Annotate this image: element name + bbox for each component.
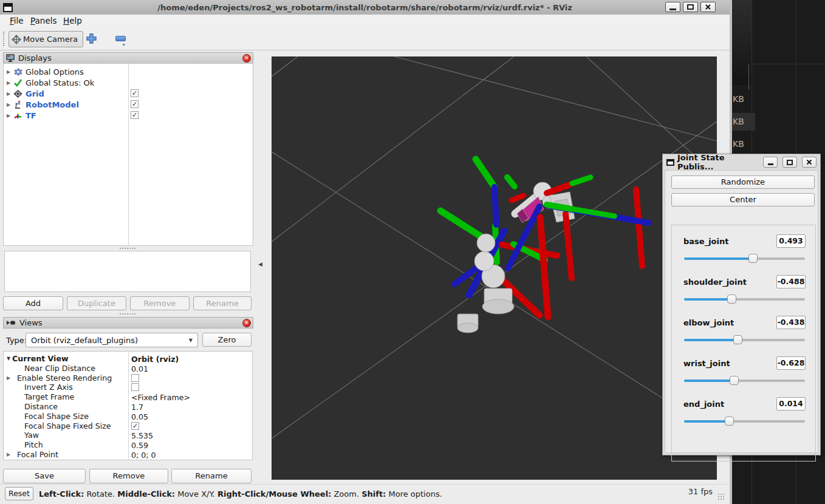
view-type-combobox[interactable]: Orbit (rviz_default_plugins) ▼ [26, 333, 198, 347]
display-row-global-status-ok[interactable]: ▶Global Status: Ok [5, 77, 126, 88]
remove-tool-icon[interactable] [115, 36, 126, 41]
views-panel-icon [6, 319, 16, 326]
views-close-icon[interactable]: ✕ [242, 319, 251, 327]
views-panel-header[interactable]: Views ✕ [3, 317, 253, 329]
zero-button[interactable]: Zero [202, 333, 252, 347]
joint-value-elbow_joint[interactable]: -0.438 [776, 316, 806, 329]
view-property-focal-shape-fixed-size[interactable]: Focal Shape Fixed Size [5, 421, 128, 431]
jsp-title-text: Joint State Publis... [677, 153, 758, 171]
tool-dropdown-caret[interactable]: ▾ [123, 43, 125, 47]
view-properties-tree[interactable]: ▼Current ViewNear Clip Distance▶Enable S… [3, 351, 253, 460]
display-row-global-options[interactable]: ▶Global Options [5, 66, 126, 77]
joint-slider-wrist_joint[interactable] [684, 376, 805, 386]
grid-icon [13, 89, 22, 98]
displays-column-divider[interactable] [128, 64, 129, 245]
panel-splitter[interactable] [120, 313, 135, 316]
joint-value-base_joint[interactable]: 0.493 [776, 234, 806, 248]
property-value[interactable]: Orbit (rviz) [131, 355, 179, 364]
panel-collapse-arrow[interactable]: ◀ [258, 261, 262, 267]
slider-handle[interactable] [725, 417, 734, 426]
menu-item-panels[interactable]: Panels [30, 16, 56, 26]
joint-value-end_joint[interactable]: 0.014 [776, 397, 806, 410]
menu-item-help[interactable]: Help [63, 16, 82, 26]
expand-arrow-icon[interactable]: ▶ [5, 452, 12, 457]
render-viewport-3d[interactable] [272, 56, 717, 480]
views-column-divider[interactable] [128, 352, 129, 460]
add-display-button[interactable]: Add [3, 296, 63, 310]
screen: KBKBKB /home/eden/Projects/ros2_ws_robot… [0, 0, 825, 504]
jsp-titlebar[interactable]: Joint State Publis... [664, 155, 819, 169]
maximize-button[interactable] [683, 2, 698, 12]
jsp-close-button[interactable] [802, 157, 816, 168]
joint-slider-shoulder_joint[interactable] [684, 295, 805, 304]
expand-arrow-icon[interactable]: ▶ [5, 375, 12, 381]
display-row-robotmodel[interactable]: ▶RobotModel [5, 99, 126, 110]
property-value[interactable]: 0; 0; 0 [131, 451, 156, 460]
toolbar-drag-handle[interactable] [3, 32, 7, 46]
display-enabled-checkbox[interactable]: ✓ [131, 89, 139, 97]
property-checkbox[interactable] [131, 374, 139, 382]
jsp-maximize-button[interactable] [782, 157, 797, 168]
expand-arrow-icon[interactable]: ▼ [5, 356, 12, 361]
expand-arrow-icon[interactable]: ▶ [5, 69, 12, 75]
view-property-yaw[interactable]: Yaw [5, 431, 128, 440]
property-label: Current View [12, 354, 69, 363]
expand-arrow-icon[interactable]: ▶ [5, 91, 12, 97]
property-value[interactable]: 0.01 [131, 364, 148, 373]
move-camera-tool[interactable]: Move Camera [9, 31, 83, 47]
jsp-window-icon [666, 159, 674, 166]
property-value[interactable]: 0.05 [131, 412, 148, 421]
rename-view-button[interactable]: Rename [171, 469, 252, 483]
expand-arrow-icon[interactable]: ▶ [5, 102, 12, 107]
property-value[interactable]: 5.535 [131, 431, 153, 440]
save-view-button[interactable]: Save [3, 469, 86, 483]
randomize-button[interactable]: Randomize [671, 175, 815, 189]
joint-value-shoulder_joint[interactable]: -0.488 [776, 275, 806, 288]
joint-slider-end_joint[interactable] [684, 417, 805, 426]
view-property-current-view[interactable]: ▼Current View [5, 354, 128, 363]
display-row-grid[interactable]: ▶Grid [5, 88, 126, 99]
property-value[interactable]: <Fixed Frame> [131, 393, 190, 402]
displays-close-icon[interactable]: ✕ [242, 54, 251, 63]
resize-grip[interactable] [717, 493, 725, 500]
add-tool-icon[interactable] [86, 33, 97, 44]
property-value[interactable]: 1.7 [131, 403, 143, 412]
view-property-pitch[interactable]: Pitch [5, 440, 128, 449]
slider-handle[interactable] [727, 295, 736, 304]
property-value[interactable]: 0.59 [131, 441, 148, 450]
duplicate-display-button: Duplicate [67, 296, 126, 310]
center-button[interactable]: Center [671, 193, 815, 206]
property-checkbox[interactable] [131, 383, 139, 391]
displays-tree[interactable]: ▶Global Options▶Global Status: Ok▶Grid▶R… [3, 63, 253, 246]
slider-fill [684, 339, 738, 341]
slider-handle[interactable] [733, 335, 742, 344]
joint-slider-base_joint[interactable] [684, 254, 805, 264]
view-property-focal-shape-size[interactable]: Focal Shape Size [5, 412, 128, 421]
minimize-button[interactable] [665, 2, 680, 12]
view-property-enable-stereo-rendering[interactable]: ▶Enable Stereo Rendering [5, 373, 128, 383]
view-property-near-clip-distance[interactable]: Near Clip Distance [5, 364, 128, 373]
jsp-minimize-button[interactable] [763, 157, 778, 168]
slider-handle[interactable] [748, 254, 758, 263]
view-property-target-frame[interactable]: Target Frame [5, 392, 128, 401]
view-property-distance[interactable]: Distance [5, 402, 128, 411]
property-label: Focal Shape Fixed Size [24, 421, 111, 431]
view-property-focal-point[interactable]: ▶Focal Point [5, 450, 128, 459]
display-enabled-checkbox[interactable]: ✓ [131, 111, 139, 119]
reset-button[interactable]: Reset [5, 487, 33, 500]
close-button[interactable] [700, 2, 716, 12]
remove-view-button[interactable]: Remove [89, 469, 168, 483]
maximize-icon [787, 160, 793, 165]
menu-item-file[interactable]: File [10, 16, 24, 26]
rviz-titlebar[interactable]: /home/eden/Projects/ros2_ws_robotarm/ins… [0, 0, 730, 15]
display-enabled-checkbox[interactable]: ✓ [131, 100, 139, 108]
joint-slider-elbow_joint[interactable] [684, 335, 805, 345]
displays-panel-header[interactable]: Displays ✕ [3, 52, 253, 64]
property-checkbox[interactable]: ✓ [131, 422, 139, 430]
slider-handle[interactable] [730, 376, 739, 385]
view-property-invert-z-axis[interactable]: Invert Z Axis [5, 383, 128, 392]
expand-arrow-icon[interactable]: ▶ [5, 80, 12, 86]
expand-arrow-icon[interactable]: ▶ [5, 113, 12, 118]
joint-value-wrist_joint[interactable]: -0.628 [776, 356, 806, 370]
display-row-tf[interactable]: ▶TF [5, 110, 126, 121]
